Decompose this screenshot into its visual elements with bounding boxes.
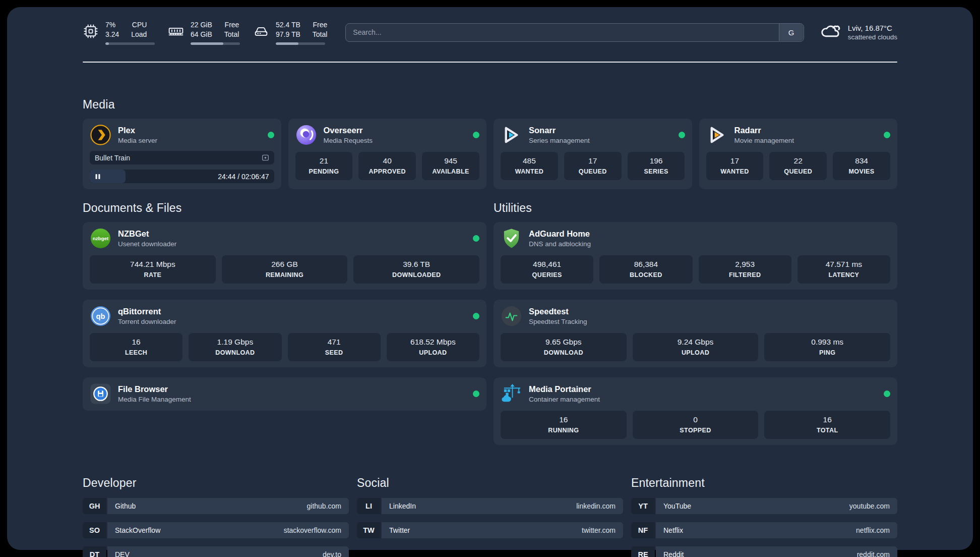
stat-tile: 196 SERIES bbox=[628, 152, 685, 180]
playback-time: 24:44 / 02:06:47 bbox=[218, 173, 269, 181]
app-subtitle: Container management bbox=[529, 395, 600, 404]
speedtest-card[interactable]: Speedtest Speedtest Tracking 9.65 Gbps D… bbox=[494, 300, 897, 367]
weather-location: Lviv, 16.87°C bbox=[848, 24, 897, 32]
dashboard-panel: 7% 3.24 CPU Load bbox=[7, 7, 973, 550]
app-title: Sonarr bbox=[529, 125, 590, 136]
stat-tile: 16 RUNNING bbox=[501, 411, 627, 439]
status-dot bbox=[473, 391, 479, 397]
stat-tile: 21 PENDING bbox=[295, 152, 353, 180]
stat-tile: 86,384 BLOCKED bbox=[599, 255, 692, 284]
pause-icon[interactable] bbox=[95, 174, 101, 180]
app-title: AdGuard Home bbox=[529, 229, 591, 239]
link-name: Twitter bbox=[389, 526, 410, 534]
adguard-icon bbox=[501, 228, 522, 249]
app-subtitle: Media Requests bbox=[324, 136, 373, 145]
link-name: YouTube bbox=[663, 502, 691, 510]
plex-card[interactable]: Plex Media server Bullet Train bbox=[83, 119, 281, 189]
link-reddit[interactable]: RE Reddit reddit.com bbox=[631, 546, 897, 557]
svg-text:qb: qb bbox=[96, 312, 105, 320]
link-netflix[interactable]: NF Netflix netflix.com bbox=[631, 522, 897, 538]
overseerr-icon bbox=[295, 124, 317, 146]
nzbget-card[interactable]: nzbget NZBGet Usenet downloader 744.21 M… bbox=[83, 222, 486, 290]
status-dot bbox=[679, 132, 685, 138]
cpu-labels: CPU Load bbox=[131, 20, 147, 39]
qbittorrent-card[interactable]: qb qBittorrent Torrent downloader 16 LEE… bbox=[83, 300, 486, 367]
memory-values: 22 GiB 64 GiB bbox=[191, 20, 212, 39]
stat-tile: 744.21 Mbps RATE bbox=[90, 255, 216, 284]
documents-column: Documents & Files nzbget NZBGet U bbox=[83, 201, 486, 445]
now-playing-row: Bullet Train bbox=[90, 151, 274, 164]
app-subtitle: Usenet downloader bbox=[118, 240, 176, 249]
cpu-usage-bar bbox=[105, 42, 155, 45]
sonarr-card[interactable]: Sonarr Series management 485 WANTED 17 Q… bbox=[494, 119, 692, 189]
radarr-card[interactable]: Radarr Movie management 17 WANTED 22 QUE… bbox=[699, 119, 898, 189]
link-abbr: RE bbox=[631, 546, 655, 557]
portainer-icon bbox=[501, 383, 522, 405]
search-input[interactable] bbox=[345, 23, 804, 42]
stat-tile: 618.52 Mbps UPLOAD bbox=[387, 333, 479, 361]
app-title: qBittorrent bbox=[118, 306, 176, 317]
status-dot bbox=[884, 132, 890, 138]
developer-section: Developer GH Github github.com SO StackO… bbox=[83, 476, 349, 557]
entertainment-section: Entertainment YT YouTube youtube.com NF … bbox=[631, 476, 897, 557]
app-subtitle: Media server bbox=[118, 136, 157, 145]
app-subtitle: Series management bbox=[529, 136, 590, 145]
top-bar: 7% 3.24 CPU Load bbox=[83, 18, 897, 46]
app-subtitle: DNS and adblocking bbox=[529, 240, 591, 249]
link-url: github.com bbox=[307, 502, 341, 510]
link-github[interactable]: GH Github github.com bbox=[83, 498, 349, 514]
radarr-icon bbox=[706, 124, 728, 146]
now-playing-title: Bullet Train bbox=[95, 154, 130, 162]
link-abbr: GH bbox=[83, 498, 106, 514]
status-dot bbox=[473, 313, 479, 319]
disk-values: 52.4 TB 97.9 TB bbox=[276, 20, 300, 39]
app-title: Media Portainer bbox=[529, 384, 600, 395]
stat-tile: 16 TOTAL bbox=[764, 411, 890, 439]
link-url: dev.to bbox=[323, 550, 341, 557]
link-stackoverflow[interactable]: SO StackOverflow stackoverflow.com bbox=[83, 522, 349, 538]
hardware-stats: 7% 3.24 CPU Load bbox=[83, 20, 327, 45]
memory-usage-bar bbox=[191, 42, 240, 45]
overseerr-card[interactable]: Overseerr Media Requests 21 PENDING 40 A… bbox=[288, 119, 487, 189]
stat-tile: 485 WANTED bbox=[501, 152, 558, 180]
stat-tile: 22 QUEUED bbox=[769, 152, 827, 180]
status-dot bbox=[473, 235, 479, 242]
stat-tile: 2,953 FILTERED bbox=[699, 255, 791, 284]
link-dev[interactable]: DT DEV dev.to bbox=[83, 546, 349, 557]
link-abbr: YT bbox=[631, 498, 655, 514]
app-title: Radarr bbox=[734, 125, 794, 136]
link-name: LinkedIn bbox=[389, 502, 416, 510]
utilities-column: Utilities AdGuard Home DNS and a bbox=[494, 201, 897, 445]
link-abbr: SO bbox=[83, 522, 106, 538]
cloud-icon bbox=[819, 21, 841, 43]
link-name: DEV bbox=[115, 550, 130, 557]
link-twitter[interactable]: TW Twitter twitter.com bbox=[357, 522, 623, 538]
search-engine-button[interactable]: G bbox=[779, 24, 803, 41]
stat-tile: 834 MOVIES bbox=[833, 152, 890, 180]
header-divider bbox=[83, 62, 897, 63]
stat-tile: 9.65 Gbps DOWNLOAD bbox=[501, 333, 627, 361]
link-youtube[interactable]: YT YouTube youtube.com bbox=[631, 498, 897, 514]
stat-tile: 17 WANTED bbox=[706, 152, 764, 180]
section-title-social: Social bbox=[357, 476, 623, 490]
ram-icon bbox=[168, 23, 184, 39]
app-subtitle: Media File Management bbox=[118, 395, 191, 404]
link-linkedin[interactable]: LI LinkedIn linkedin.com bbox=[357, 498, 623, 514]
app-subtitle: Torrent downloader bbox=[118, 317, 176, 326]
weather-widget: Lviv, 16.87°C scattered clouds bbox=[819, 21, 897, 43]
nzbget-icon: nzbget bbox=[90, 228, 111, 249]
disk-labels: Free Total bbox=[313, 20, 328, 39]
app-title: Overseerr bbox=[324, 125, 373, 136]
plex-icon bbox=[90, 124, 111, 146]
stat-tile: 47.571 ms LATENCY bbox=[798, 255, 890, 284]
adguard-card[interactable]: AdGuard Home DNS and adblocking 498,461 … bbox=[494, 222, 897, 290]
filebrowser-card[interactable]: File Browser Media File Management bbox=[83, 377, 486, 411]
status-dot bbox=[268, 132, 274, 138]
link-url: netflix.com bbox=[856, 526, 890, 534]
stat-tile: 40 APPROVED bbox=[358, 152, 416, 180]
section-title-media: Media bbox=[83, 98, 897, 112]
section-title-developer: Developer bbox=[83, 476, 349, 490]
weather-condition: scattered clouds bbox=[848, 33, 897, 41]
portainer-card[interactable]: Media Portainer Container management 16 … bbox=[494, 377, 897, 445]
section-title-entertainment: Entertainment bbox=[631, 476, 897, 490]
